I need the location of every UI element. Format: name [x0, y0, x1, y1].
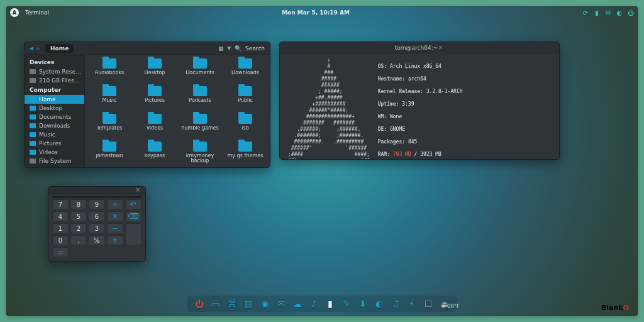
search-icon[interactable]: 🔍 [235, 45, 242, 52]
tool-icon[interactable]: ✎ [341, 298, 352, 309]
music-icon[interactable]: ♪ [308, 298, 319, 309]
calc-key[interactable]: ↶ [125, 199, 142, 209]
folder-label: my gs themes [228, 153, 264, 158]
folder-item[interactable]: Desktop [133, 58, 177, 85]
calc-key[interactable]: − [107, 223, 123, 233]
calc-key[interactable]: ⌫ [125, 211, 142, 221]
calc-key[interactable]: 4 [52, 211, 69, 221]
calc-key[interactable]: = [52, 247, 69, 257]
weather-icon: ❄ [441, 304, 446, 309]
clock-label[interactable]: Mon Mar 5, 10:19 AM [282, 9, 350, 16]
calc-key[interactable]: 2 [70, 223, 87, 233]
headphones-icon[interactable]: ♫ [390, 298, 401, 309]
sidebar-item-videos[interactable]: Videos [25, 148, 84, 157]
download-icon[interactable]: ⬇ [357, 298, 369, 309]
sidebar-item-documents[interactable]: Documents [25, 113, 84, 121]
sidebar-item-downloads[interactable]: Downloads [25, 121, 84, 130]
sidebar-item-music[interactable]: Music [25, 130, 84, 139]
chat-icon[interactable]: ☁ [292, 298, 303, 309]
calc-key[interactable]: 6 [89, 211, 105, 221]
file-manager-window: ◂ ▸ Home ▦ ▾ 🔍 Search Devices System Res… [24, 42, 270, 168]
calc-key[interactable]: 9 [89, 199, 105, 209]
close-icon[interactable]: × [438, 45, 444, 51]
calc-key[interactable]: 1 [52, 223, 69, 233]
search-label[interactable]: Search [245, 45, 265, 52]
folder-icon [238, 142, 252, 152]
folder-item[interactable]: Music [87, 86, 131, 113]
tray-volume-icon[interactable]: ◐ [616, 9, 623, 16]
file-manager-grid: AudiobooksDesktopDocumentsDownloadsMusic… [85, 55, 270, 167]
folder-item[interactable]: Pictures [133, 86, 177, 113]
display-icon[interactable]: ▭ [210, 298, 221, 309]
calc-key[interactable] [125, 223, 142, 245]
ascii-art: + # ### ##### ###### ; #####; +##.##### … [285, 57, 373, 155]
calc-key[interactable]: ÷ [107, 199, 123, 209]
tray-power-icon[interactable]: ⏻ [628, 9, 634, 16]
folder-icon [238, 86, 252, 96]
terminal-window: tom@arch64:~ × + # ### ##### ###### ; ##… [279, 42, 560, 160]
folder-item[interactable]: kmymoney backup [178, 142, 222, 167]
dropdown-icon[interactable]: ▾ [228, 44, 231, 52]
files-icon[interactable]: ▥ [243, 298, 254, 309]
folder-item[interactable]: my gs themes [223, 142, 267, 167]
editor-icon[interactable]: ▮ [325, 298, 336, 309]
folder-item[interactable]: Downloads [223, 58, 267, 85]
tray-update-icon[interactable]: ⟳ [582, 9, 589, 16]
folder-icon [148, 58, 162, 69]
calc-key[interactable]: 0 [52, 235, 69, 245]
folder-icon [103, 114, 116, 124]
folder-item[interactable]: keypass [133, 142, 177, 167]
calc-key[interactable]: 3 [89, 223, 105, 233]
power-icon[interactable]: ⏻ [194, 298, 205, 309]
view-toggle-icon[interactable]: ▦ [218, 45, 224, 52]
folder-item[interactable]: jamestown [87, 142, 131, 167]
bolt-icon[interactable]: ⚡ [406, 298, 418, 309]
web-icon[interactable]: ◉ [259, 298, 270, 309]
calc-key[interactable]: + [107, 235, 123, 245]
sidebar-device-item[interactable]: System Rese… [25, 67, 84, 76]
sidebar-item-pictures[interactable]: Pictures [25, 139, 84, 148]
sidebar-item-home[interactable]: Home [25, 95, 84, 104]
folder-icon [148, 86, 162, 96]
folder-item[interactable]: Documents [178, 58, 222, 85]
folder-item[interactable]: Templates [87, 114, 131, 140]
sidebar-item-filesystem[interactable]: File System [25, 157, 84, 165]
calc-key[interactable]: 8 [70, 199, 87, 209]
folder-label: jamestown [96, 153, 123, 158]
mail-icon[interactable]: ✉ [275, 298, 287, 309]
folder-item[interactable]: humble games [178, 114, 222, 140]
sidebar-item-desktop[interactable]: Desktop [25, 104, 84, 113]
active-app-label[interactable]: Terminal [25, 9, 49, 16]
calc-key[interactable]: 5 [70, 211, 87, 221]
calc-key[interactable]: % [89, 235, 105, 245]
folder-item[interactable]: Videos [133, 114, 177, 140]
breadcrumb[interactable]: Home [45, 44, 74, 53]
tray-chat-icon[interactable]: ✉ [605, 9, 611, 16]
close-icon[interactable]: × [135, 187, 142, 193]
printer-icon[interactable]: ☐ [423, 298, 434, 309]
folder-icon [103, 86, 116, 96]
calc-key[interactable]: . [70, 235, 87, 245]
folder-icon [193, 58, 207, 69]
calc-key[interactable]: × [107, 211, 123, 221]
file-manager-sidebar: Devices System Rese… 210 GB Files… Compu… [25, 55, 85, 167]
folder-item[interactable]: Audiobooks [87, 58, 131, 85]
terminal-body[interactable]: + # ### ##### ###### ; #####; +##.##### … [280, 53, 559, 159]
folder-item[interactable]: Public [223, 86, 267, 113]
nav-forward-icon[interactable]: ▸ [37, 44, 41, 52]
terminal-icon[interactable]: ⌘ [226, 298, 238, 309]
sidebar-device-item[interactable]: 210 GB Files… [25, 76, 84, 85]
calc-key[interactable]: 7 [52, 199, 69, 209]
folder-item[interactable]: iso [223, 114, 267, 140]
sidebar-heading-computer: Computer [25, 85, 84, 95]
activities-logo-icon[interactable]: A [10, 8, 19, 17]
gamepad-icon[interactable]: ◐ [374, 298, 385, 309]
folder-label: Downloads [231, 70, 259, 75]
tray-network-icon[interactable]: ▮ [594, 9, 600, 16]
folder-label: Templates [97, 126, 123, 131]
folder-label: humble games [181, 126, 219, 131]
folder-label: Public [238, 98, 253, 103]
folder-item[interactable]: Podcasts [178, 86, 222, 113]
nav-back-icon[interactable]: ◂ [30, 44, 33, 52]
weather-widget[interactable]: ❄ 28°F [441, 304, 459, 309]
